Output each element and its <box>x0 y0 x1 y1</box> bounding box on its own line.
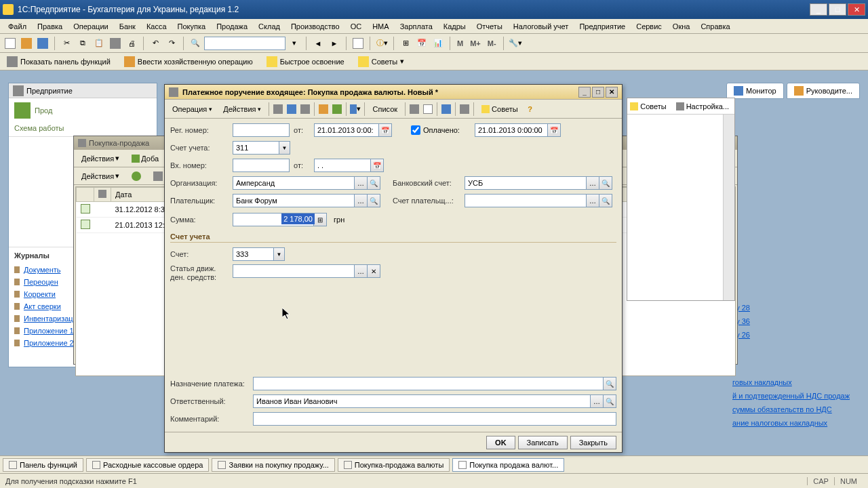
payer-select-icon[interactable]: … <box>354 194 368 207</box>
rlink-4[interactable]: й и подтвержденный НДС продаж <box>732 389 854 403</box>
bankacc-search-icon[interactable]: 🔍 <box>599 176 612 190</box>
icon-1[interactable] <box>108 36 123 51</box>
menu-sale[interactable]: Продажа <box>211 20 253 33</box>
payer-search-icon[interactable]: 🔍 <box>367 194 380 207</box>
account-dropdown-icon[interactable]: ▼ <box>279 141 290 155</box>
tb-icon-nav[interactable]: ▾ <box>349 103 361 115</box>
paid-date-input[interactable] <box>475 123 548 137</box>
task-item-2[interactable]: Покупка-продажа валюты <box>338 458 450 472</box>
menu-help[interactable]: Справка <box>695 20 735 33</box>
m-minus-button[interactable]: M- <box>485 39 499 47</box>
from2-calendar-icon[interactable]: 📅 <box>370 159 384 172</box>
org-select-icon[interactable]: … <box>354 176 368 190</box>
acc-input[interactable] <box>233 247 273 261</box>
payeracc-select-icon[interactable]: … <box>586 194 599 207</box>
m-plus-button[interactable]: M+ <box>467 39 484 47</box>
sum-calc-icon[interactable]: ⊞ <box>313 213 327 226</box>
nav-back-icon[interactable]: ◄ <box>311 36 326 51</box>
payeracc-search-icon[interactable]: 🔍 <box>599 194 612 207</box>
close-button[interactable]: ✕ <box>848 3 865 16</box>
tb-icon-8[interactable] <box>440 103 452 115</box>
payeracc-input[interactable] <box>465 194 587 207</box>
redo-icon[interactable]: ↷ <box>164 36 179 51</box>
menu-cash[interactable]: Касса <box>141 20 172 33</box>
menu-hr[interactable]: Кадры <box>438 20 471 33</box>
close-button[interactable]: Закрыть <box>570 436 616 449</box>
menu-bank[interactable]: Банк <box>114 20 141 33</box>
task-item-1[interactable]: Заявки на покупку продажу... <box>212 458 334 472</box>
search-icon[interactable]: 🔍 <box>188 36 203 51</box>
rlink-1[interactable]: ту 36 <box>732 314 854 328</box>
calc-icon[interactable]: ⊞ <box>398 36 413 51</box>
responsible-search-icon[interactable]: 🔍 <box>603 394 616 408</box>
menu-purchase[interactable]: Покупка <box>172 20 212 33</box>
tab-enterprise[interactable]: Предприятие <box>9 83 157 98</box>
actions-button[interactable]: Действия <box>218 102 266 116</box>
task-funcpanel[interactable]: Панель функций <box>3 458 83 472</box>
calendar-icon[interactable]: 📅 <box>414 36 429 51</box>
inno-input[interactable] <box>233 159 290 172</box>
paid-checkbox[interactable] <box>411 125 420 135</box>
save-button[interactable]: Записать <box>518 436 568 449</box>
task-item-0[interactable]: Расходные кассовые ордера <box>86 458 210 472</box>
show-panel-button[interactable]: Показать панель функций <box>3 55 115 68</box>
chart-icon[interactable]: 📊 <box>431 36 446 51</box>
list-button[interactable]: Список <box>368 102 402 116</box>
article-input[interactable] <box>233 264 355 278</box>
menu-windows[interactable]: Окна <box>667 20 696 33</box>
bankacc-select-icon[interactable]: … <box>586 176 599 190</box>
tb-icon-6[interactable] <box>408 103 420 115</box>
from1-calendar-icon[interactable]: 📅 <box>378 123 392 137</box>
tb-icon-3[interactable] <box>299 103 311 115</box>
comment-input[interactable] <box>253 412 616 426</box>
menu-salary[interactable]: Зарплата <box>395 20 438 33</box>
menu-operations[interactable]: Операции <box>68 20 113 33</box>
tools-icon[interactable]: 🔧▾ <box>508 36 523 51</box>
rlink-5[interactable]: суммы обязательств по НДС <box>732 403 854 416</box>
from2-input[interactable] <box>314 159 371 172</box>
tab-monitor[interactable]: Монитор <box>726 83 784 99</box>
tb-icon-4[interactable] <box>317 103 330 115</box>
maximize-button[interactable]: □ <box>829 3 846 16</box>
payer-input[interactable] <box>233 194 355 207</box>
regno-input[interactable] <box>233 123 290 137</box>
account-input[interactable] <box>233 141 279 155</box>
dialog-maximize[interactable]: □ <box>592 87 604 98</box>
dl-refresh-button[interactable] <box>127 169 146 183</box>
side-tips-button[interactable]: Советы <box>627 101 669 112</box>
help-icon[interactable]: ? <box>524 103 536 115</box>
tb-icon-1[interactable] <box>272 103 284 115</box>
save-icon[interactable] <box>35 36 50 51</box>
menu-tax[interactable]: Налоговый учет <box>508 20 574 33</box>
menu-reports[interactable]: Отчеты <box>471 20 508 33</box>
side-scrollbar[interactable] <box>723 115 734 300</box>
purpose-input[interactable] <box>253 377 604 390</box>
dialog-minimize[interactable]: _ <box>578 87 591 98</box>
dialog-close[interactable]: ✕ <box>606 87 618 98</box>
side-settings-button[interactable]: Настройка... <box>673 101 732 112</box>
menu-edit[interactable]: Правка <box>32 20 68 33</box>
minimize-button[interactable]: _ <box>810 3 827 16</box>
tips-button[interactable]: Советы▾ <box>354 55 408 68</box>
acc-dropdown-icon[interactable]: ▼ <box>273 247 285 261</box>
dropdown-icon[interactable]: ▾ <box>287 36 302 51</box>
menu-production[interactable]: Производство <box>285 20 345 33</box>
task-item-3[interactable]: Покупка продажа валют... <box>452 458 564 472</box>
tb-icon-2[interactable] <box>285 103 298 115</box>
menu-enterprise[interactable]: Предприятие <box>574 20 631 33</box>
tb-icon-7[interactable] <box>422 103 434 115</box>
info-icon[interactable]: ⓘ▾ <box>374 36 389 51</box>
menu-os[interactable]: ОС <box>345 20 368 33</box>
undo-icon[interactable]: ↶ <box>148 36 163 51</box>
article-select-icon[interactable]: … <box>354 264 368 278</box>
dialog-tips-button[interactable]: Советы <box>477 102 522 116</box>
copy-doc-icon[interactable] <box>351 36 366 51</box>
copy-icon[interactable]: ⧉ <box>75 36 90 51</box>
search-combo[interactable] <box>204 37 285 50</box>
rlink-0[interactable]: ту 28 <box>732 301 854 314</box>
from1-input[interactable] <box>314 123 379 137</box>
org-input[interactable] <box>233 176 355 190</box>
rlink-2[interactable]: ту 26 <box>732 328 854 342</box>
m-button[interactable]: M <box>454 39 466 47</box>
paid-calendar-icon[interactable]: 📅 <box>547 123 561 137</box>
